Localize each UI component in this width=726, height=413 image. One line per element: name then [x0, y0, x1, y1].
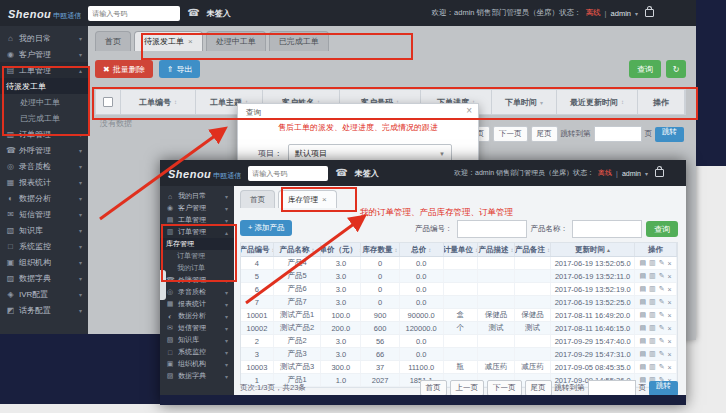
lock-icon[interactable] [655, 169, 664, 177]
delete-icon[interactable]: × [668, 299, 672, 306]
last-page-button[interactable]: 尾页 [531, 126, 558, 142]
copy-icon[interactable]: ▥ [649, 285, 656, 293]
sidebar-collapse-handle[interactable] [160, 270, 166, 300]
tab-首页[interactable]: 首页 [240, 190, 275, 208]
number-search-input[interactable] [88, 6, 180, 21]
sidebar-item-数据分析[interactable]: ◐数据分析▾ [0, 190, 88, 206]
tab-处理中工单[interactable]: 处理中工单 [206, 31, 266, 51]
sort-icon[interactable]: ▴ [607, 246, 610, 253]
jump-page-input[interactable] [594, 126, 642, 142]
batch-delete-button[interactable]: ✖批量删除 [95, 60, 153, 78]
sidebar-item-数据字典[interactable]: ▨数据字典▾ [160, 370, 234, 382]
sort-icon[interactable]: ▾ [540, 99, 543, 106]
sidebar-item-外呼管理[interactable]: ☎外呼管理▾ [160, 274, 234, 286]
copy-icon[interactable]: ▥ [649, 311, 656, 319]
query-button[interactable]: 查询 [646, 221, 678, 237]
edit-icon[interactable]: ✎ [659, 285, 665, 293]
sidebar-item-组织机构[interactable]: ▣组织机构▾ [160, 358, 234, 370]
sidebar-item-客户管理[interactable]: ◉客户管理▾ [0, 46, 88, 62]
delete-icon[interactable]: × [668, 338, 672, 345]
column-header-操作[interactable]: 操作 [638, 90, 685, 114]
prev-page-button[interactable]: 上一页 [450, 380, 485, 396]
sidebar-item-组织机构[interactable]: ▣组织机构▾ [0, 254, 88, 270]
select-all-checkbox[interactable] [103, 97, 113, 107]
close-icon[interactable]: × [188, 37, 193, 46]
sidebar-item-录音质检[interactable]: ◎录音质检▾ [0, 158, 88, 174]
column-header-下单时间[interactable]: 下单时间▾ [492, 90, 557, 114]
column-header-产品备注[interactable]: 产品备注↕ [515, 243, 552, 256]
next-page-button[interactable]: 下一页 [493, 126, 528, 142]
sidebar-item-已完成工单[interactable]: 已完成工单 [0, 110, 88, 126]
delete-icon[interactable]: × [668, 312, 672, 319]
sidebar-item-订单管理[interactable]: ▥订单管理▴ [160, 226, 234, 238]
delete-icon[interactable]: × [668, 364, 672, 371]
close-icon[interactable]: × [466, 105, 472, 116]
sort-icon[interactable]: ↕ [547, 247, 550, 253]
sidebar-item-我的日常[interactable]: ⌂我的日常▾ [0, 30, 88, 46]
sort-icon[interactable]: ↕ [428, 247, 431, 253]
column-header-单价（元）[interactable]: 单价（元）↕ [321, 243, 361, 256]
sidebar-item-库存管理[interactable]: 库存管理 [160, 238, 234, 250]
column-header-产品描述[interactable]: 产品描述↕ [478, 243, 515, 256]
lock-icon[interactable] [645, 9, 654, 17]
product-name-filter-input[interactable] [572, 220, 642, 238]
first-page-button[interactable]: 首页 [420, 380, 447, 396]
edit-icon[interactable]: ✎ [659, 298, 665, 306]
edit-icon[interactable]: ✎ [659, 350, 665, 358]
sort-icon[interactable]: ↕ [395, 247, 398, 253]
sidebar-item-工单管理[interactable]: ▤工单管理▾ [160, 214, 234, 226]
column-header-产品名称[interactable]: 产品名称↕ [274, 243, 321, 256]
view-icon[interactable]: ▤ [639, 285, 646, 293]
user-menu[interactable]: admin [622, 170, 641, 177]
sidebar-item-知识库[interactable]: ▧知识库▾ [160, 334, 234, 346]
phone-icon[interactable]: ☎ [187, 8, 199, 18]
sidebar-item-录音质检[interactable]: ◎录音质检▾ [160, 286, 234, 298]
add-product-button[interactable]: + 添加产品 [240, 220, 292, 236]
tab-待派发工单[interactable]: 待派发工单× [134, 31, 203, 51]
sidebar-item-我的订单[interactable]: 我的订单 [160, 262, 234, 274]
view-icon[interactable]: ▤ [639, 298, 646, 306]
edit-icon[interactable]: ✎ [659, 272, 665, 280]
copy-icon[interactable]: ▥ [649, 272, 656, 280]
tab-首页[interactable]: 首页 [95, 31, 131, 51]
edit-icon[interactable]: ✎ [659, 363, 665, 371]
sidebar-item-报表统计[interactable]: ▦报表统计▾ [0, 174, 88, 190]
column-header-总价[interactable]: 总价↕ [400, 243, 444, 256]
delete-icon[interactable]: × [668, 260, 672, 267]
view-icon[interactable]: ▤ [639, 311, 646, 319]
sidebar-item-报表统计[interactable]: ▦报表统计▾ [160, 298, 234, 310]
column-header-工单编号[interactable]: 工单编号↕ [121, 90, 196, 114]
sidebar-item-话务配置[interactable]: ◩话务配置▾ [0, 302, 88, 318]
column-header-操作[interactable]: 操作 [635, 243, 677, 256]
copy-icon[interactable]: ▥ [649, 350, 656, 358]
view-icon[interactable]: ▤ [639, 259, 646, 267]
view-icon[interactable]: ▤ [639, 337, 646, 345]
copy-icon[interactable]: ▥ [649, 363, 656, 371]
copy-icon[interactable]: ▥ [649, 324, 656, 332]
sidebar-item-短信管理[interactable]: ✉短信管理▾ [0, 206, 88, 222]
view-icon[interactable]: ▤ [639, 272, 646, 280]
sort-icon[interactable]: ↕ [174, 99, 177, 105]
sidebar-item-系统监控[interactable]: □系统监控▾ [0, 238, 88, 254]
sidebar-item-短信管理[interactable]: ✉短信管理▾ [160, 322, 234, 334]
sidebar-item-系统监控[interactable]: □系统监控▾ [160, 346, 234, 358]
sidebar-item-订单管理[interactable]: ▥订单管理▾ [0, 126, 88, 142]
edit-icon[interactable]: ✎ [659, 259, 665, 267]
sidebar-item-IVR配置[interactable]: ◈IVR配置▾ [0, 286, 88, 302]
delete-icon[interactable]: × [668, 286, 672, 293]
sidebar-item-工单管理[interactable]: ▤工单管理▴ [0, 62, 88, 78]
delete-icon[interactable]: × [668, 273, 672, 280]
chevron-down-icon[interactable]: ▾ [635, 10, 638, 17]
chevron-down-icon[interactable]: ▾ [645, 170, 648, 177]
column-header-计量单位[interactable]: 计量单位↕ [444, 243, 479, 256]
column-header-更新时间[interactable]: 更新时间▴ [551, 243, 635, 256]
edit-icon[interactable]: ✎ [659, 311, 665, 319]
phone-icon[interactable]: ☎ [335, 168, 347, 178]
delete-icon[interactable]: × [668, 351, 672, 358]
refresh-button[interactable]: ↻ [666, 60, 686, 78]
copy-icon[interactable]: ▥ [649, 298, 656, 306]
sort-icon[interactable]: ↕ [312, 247, 315, 253]
sort-icon[interactable]: ↕ [621, 99, 624, 105]
number-search-input[interactable] [248, 166, 328, 181]
view-icon[interactable]: ▤ [639, 324, 646, 332]
